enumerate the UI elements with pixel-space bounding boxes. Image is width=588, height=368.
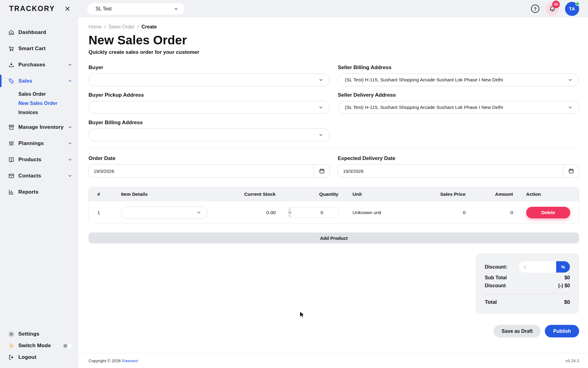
main-area: SL Test ? 50 TA: [78, 0, 588, 368]
summary-divider: [485, 294, 570, 294]
sidebar-item-manage-inventory[interactable]: Manage Inventory: [0, 119, 78, 135]
help-icon[interactable]: ?: [531, 5, 539, 13]
chevron-down-icon: [318, 105, 323, 110]
content-area: Home / Sales Order / Create New Sales Or…: [78, 17, 588, 368]
sub-item-label: New Sales Order: [18, 101, 57, 106]
buyer-select[interactable]: [89, 73, 330, 86]
brand-footer-link[interactable]: Rawnest: [122, 359, 138, 363]
sales-price-value: 0: [418, 210, 466, 215]
col-header-unit: Unit: [338, 191, 418, 197]
sidebar-item-label: Settings: [18, 331, 40, 337]
sidebar-item-reports[interactable]: Reports: [0, 184, 78, 200]
page-footer: Copyright © 2026 Rawnest v5.24.3: [78, 353, 588, 368]
sidebar-item-dashboard[interactable]: Dashboard: [0, 24, 78, 40]
breadcrumb-current: Create: [141, 24, 157, 30]
avatar-initials: TA: [569, 6, 575, 11]
sidebar-footer: Settings Switch Mode Logout: [0, 328, 78, 368]
seller-delivery-label: Seller Delivery Address: [338, 92, 579, 98]
row-index: 1: [97, 210, 121, 215]
chevron-down-icon: [568, 105, 573, 110]
sidebar-item-label: Smart Cart: [18, 46, 46, 52]
topbar: SL Test ? 50 TA: [78, 0, 588, 17]
sidebar-item-invoices[interactable]: Invoices: [0, 108, 78, 117]
chevron-down-icon: [68, 125, 72, 129]
seller-billing-label: Seller Billing Address: [338, 65, 579, 71]
breadcrumb-sales-order[interactable]: Sales Order: [108, 24, 134, 30]
sidebar-item-products[interactable]: Products: [0, 151, 78, 168]
form-right-column: Seller Billing Address (SL Test) H-115, …: [338, 65, 579, 147]
buyer-billing-select[interactable]: [89, 128, 330, 141]
chevron-down-icon: [68, 62, 72, 67]
home-icon: [8, 29, 14, 35]
chevron-down-icon: [174, 6, 179, 11]
mode-toggle[interactable]: [63, 343, 72, 348]
form-actions: Save as Draft Publish: [89, 325, 579, 337]
page-subtitle: Quickly create sales order for your cust…: [89, 49, 579, 55]
sidebar-item-plannings[interactable]: Plannings: [0, 135, 78, 151]
col-header-index: #: [97, 191, 121, 197]
sidebar-item-smart-cart[interactable]: Smart Cart: [0, 40, 78, 57]
sub-item-label: Invoices: [18, 110, 38, 115]
inventory-box-icon: [8, 124, 14, 130]
chevron-down-icon: [68, 141, 72, 146]
delete-row-button[interactable]: Delete: [526, 207, 570, 218]
org-selector[interactable]: SL Test: [87, 3, 185, 15]
page-title: New Sales Order: [89, 33, 579, 47]
quantity-decrease-button[interactable]: −: [288, 207, 291, 218]
sidebar-item-sales-order[interactable]: Sales Order: [0, 90, 78, 99]
logout-icon: [8, 354, 14, 360]
buyer-billing-field: Buyer Billing Address: [89, 120, 330, 141]
expected-delivery-input[interactable]: [338, 165, 563, 177]
col-header-current-stock: Current Stock: [213, 191, 276, 197]
brand-logo: TRACKORY: [9, 5, 55, 13]
sidebar-item-sales[interactable]: Sales: [0, 73, 78, 89]
seller-billing-field: Seller Billing Address (SL Test) H-115, …: [338, 65, 579, 86]
sidebar-item-purchases[interactable]: Purchases: [0, 57, 78, 73]
discount-input[interactable]: [519, 261, 556, 273]
sidebar-header: TRACKORY: [0, 0, 78, 17]
order-form: Buyer Buyer Pickup Address: [89, 65, 579, 147]
order-date-input-group: [89, 164, 330, 178]
col-header-item-details: Item Details: [121, 191, 213, 197]
subtotal-value: $0: [564, 275, 570, 281]
add-product-button[interactable]: Add Product: [89, 232, 579, 243]
chevron-down-icon: [318, 132, 323, 137]
sidebar-item-label: Sales: [18, 78, 32, 84]
chevron-down-icon: [68, 157, 72, 162]
discount-percent-button[interactable]: %: [556, 261, 570, 273]
order-summary-card: Discount: % Sub Total $0 Discount (-) $0: [476, 253, 579, 314]
breadcrumb-separator: /: [104, 24, 106, 30]
sidebar-item-new-sales-order[interactable]: New Sales Order: [0, 99, 78, 108]
seller-delivery-field: Seller Delivery Address (SL Test) H-115,…: [338, 92, 579, 114]
sidebar-item-logout[interactable]: Logout: [0, 351, 78, 363]
sidebar-item-settings[interactable]: Settings: [0, 328, 78, 340]
breadcrumb-home[interactable]: Home: [89, 24, 102, 30]
sidebar-item-label: Switch Mode: [18, 343, 51, 349]
calendar-icon[interactable]: [314, 165, 330, 177]
sidebar-item-switch-mode[interactable]: Switch Mode: [0, 340, 78, 351]
calendar-icon[interactable]: [563, 165, 579, 177]
seller-billing-select[interactable]: (SL Test) H-115, Sushant Shopping Arcade…: [338, 73, 579, 86]
save-as-draft-button[interactable]: Save as Draft: [494, 325, 541, 337]
items-table: # Item Details Current Stock Quantity Un…: [89, 187, 579, 224]
publish-button[interactable]: Publish: [545, 325, 579, 337]
sidebar-item-label: Purchases: [18, 62, 45, 68]
quantity-input[interactable]: [291, 207, 338, 218]
discount-row-value: (-) $0: [558, 283, 570, 288]
buyer-pickup-select[interactable]: [89, 101, 330, 114]
plannings-sliders-icon: [8, 140, 14, 147]
expected-delivery-field: Expected Delivery Date: [338, 155, 579, 178]
products-book-icon: [8, 157, 14, 163]
item-details-select[interactable]: [121, 206, 208, 219]
form-left-column: Buyer Buyer Pickup Address: [89, 65, 330, 147]
notifications-button[interactable]: 50: [545, 2, 559, 16]
quantity-stepper: − +: [288, 207, 338, 218]
close-sidebar-icon[interactable]: [65, 6, 70, 12]
seller-delivery-select[interactable]: (SL Test) H-115, Sushant Shopping Arcade…: [338, 101, 579, 114]
avatar[interactable]: TA: [565, 2, 579, 16]
order-date-input[interactable]: [89, 165, 314, 177]
current-stock-value: 0.00: [213, 210, 276, 215]
sidebar-item-contacts[interactable]: Contacts: [0, 168, 78, 184]
active-indicator: [0, 75, 2, 87]
discount-row: Discount (-) $0: [485, 283, 570, 288]
